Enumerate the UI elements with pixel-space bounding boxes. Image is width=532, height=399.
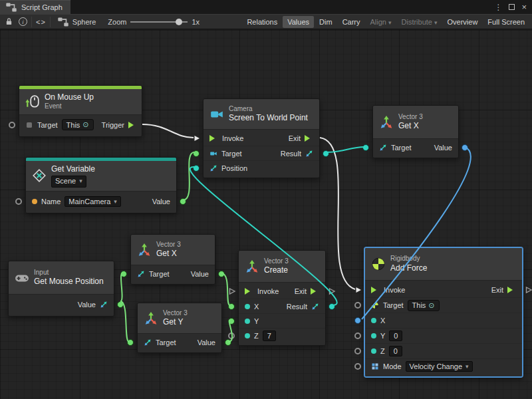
vector3-icon — [379, 115, 394, 130]
node-title: Add Force — [390, 263, 427, 273]
z-value-field[interactable]: 0 — [389, 346, 402, 356]
port-output-value[interactable] — [218, 271, 225, 277]
port-input-x[interactable] — [354, 317, 361, 324]
code-icon[interactable]: <> — [36, 18, 46, 26]
node-get-mouse-position[interactable]: Input Get Mouse Position Value — [8, 261, 114, 317]
x-label: X — [380, 317, 385, 325]
port-input-target[interactable] — [120, 271, 127, 277]
port-output-result[interactable] — [323, 150, 329, 157]
port-input-mode[interactable] — [354, 363, 361, 370]
port-input-invoke[interactable] — [193, 134, 201, 142]
node-title: Get X — [398, 121, 423, 131]
carry-button[interactable]: Carry — [338, 16, 365, 28]
distribute-button[interactable]: Distribute — [397, 16, 442, 28]
lock-icon[interactable] — [3, 16, 15, 28]
node-get-y[interactable]: Vector 3 Get Y Target Value — [137, 303, 222, 353]
this-chip[interactable]: This⊙ — [408, 300, 440, 311]
camera-icon — [209, 107, 224, 122]
toolbar-separator — [31, 17, 32, 27]
port-output-exit[interactable] — [525, 286, 532, 294]
dim-button[interactable]: Dim — [315, 16, 337, 28]
z-value-field[interactable]: 7 — [263, 331, 276, 341]
port-output-value[interactable] — [462, 144, 468, 151]
node-create-vector3[interactable]: Vector 3 Create Invoke Exit X Result — [238, 250, 326, 346]
result-label: Result — [281, 150, 301, 158]
result-label: Result — [287, 303, 307, 311]
port-input-target[interactable] — [362, 144, 369, 151]
port-input-position[interactable] — [193, 165, 200, 172]
node-title: Screen To World Point — [229, 113, 308, 123]
target-label: Target — [391, 144, 412, 152]
node-on-mouse-up[interactable]: On Mouse Up Event Target This⊙ Trigger — [19, 85, 142, 137]
zoom-slider-handle[interactable] — [176, 19, 182, 25]
align-button[interactable]: Align — [366, 16, 396, 28]
vector3-type-icon — [379, 144, 387, 152]
node-screen-to-world-point[interactable]: Camera Screen To World Point Invoke Exit… — [203, 98, 320, 178]
z-label: Z — [254, 332, 259, 340]
node-get-x-top[interactable]: Vector 3 Get X Target Value — [372, 105, 459, 158]
flow-output-icon[interactable] — [507, 287, 516, 293]
port-input-invoke[interactable] — [228, 287, 236, 295]
fullscreen-button[interactable]: Full Screen — [483, 16, 529, 28]
node-get-x[interactable]: Vector 3 Get X Target Value — [130, 234, 215, 285]
port-input-y[interactable] — [354, 332, 361, 339]
tab-script-graph[interactable]: Script Graph — [0, 0, 70, 14]
variable-scope-dropdown[interactable]: Scene — [51, 176, 86, 188]
overview-button[interactable]: Overview — [443, 16, 483, 28]
flow-output-icon[interactable] — [305, 135, 313, 142]
port-input-name[interactable] — [15, 198, 22, 205]
port-input-z[interactable] — [228, 332, 235, 339]
trigger-label: Trigger — [102, 121, 124, 129]
vector3-type-icon — [311, 303, 319, 311]
zoom-slider[interactable] — [130, 17, 188, 27]
port-output-value[interactable] — [180, 198, 186, 205]
input-gamepad-icon — [15, 271, 29, 285]
target-dot-icon: ⊙ — [428, 301, 434, 310]
float-type-icon — [371, 348, 376, 354]
target-label: Target — [383, 301, 404, 309]
float-type-icon — [245, 333, 250, 338]
flow-output-icon[interactable] — [128, 122, 137, 128]
port-output-value[interactable] — [117, 301, 124, 308]
target-label: Target — [156, 338, 176, 346]
value-label: Value — [434, 144, 452, 152]
target-label: Target — [221, 150, 242, 158]
port-output-exit[interactable] — [328, 287, 336, 295]
mode-dropdown[interactable]: Velocity Change — [406, 361, 473, 372]
node-title: Get X — [156, 249, 181, 259]
maximize-icon[interactable] — [509, 4, 515, 10]
relations-button[interactable]: Relations — [242, 16, 282, 28]
port-input-target[interactable] — [9, 122, 15, 128]
node-add-force[interactable]: Rigidbody Add Force Invoke Exit Target T… — [364, 247, 523, 377]
port-input-z[interactable] — [354, 348, 361, 354]
y-value-field[interactable]: 0 — [389, 331, 402, 341]
exit-label: Exit — [491, 286, 503, 294]
float-type-icon — [245, 319, 250, 324]
node-category: Rigidbody — [390, 255, 427, 263]
port-input-y[interactable] — [228, 318, 235, 325]
window-menu-icon[interactable]: ⋮ — [494, 3, 502, 12]
port-input-target[interactable] — [127, 339, 134, 346]
info-icon[interactable]: i — [19, 17, 27, 26]
script-graph-icon — [5, 1, 17, 13]
invoke-label: Invoke — [384, 286, 405, 294]
enum-type-icon — [371, 362, 379, 370]
port-input-x[interactable] — [228, 303, 235, 310]
port-input-target[interactable] — [354, 302, 361, 309]
values-button[interactable]: Values — [283, 16, 314, 28]
this-chip[interactable]: This⊙ — [62, 119, 94, 130]
flow-output-icon[interactable] — [311, 288, 319, 295]
port-output-value[interactable] — [225, 339, 231, 346]
port-output-result[interactable] — [329, 303, 335, 310]
float-type-icon — [371, 318, 376, 323]
float-type-icon — [371, 333, 376, 338]
vector3-type-icon — [144, 338, 152, 346]
port-input-invoke[interactable] — [354, 286, 362, 294]
vector3-type-icon — [137, 270, 145, 278]
close-icon[interactable]: × — [521, 3, 527, 11]
graph-owner-button[interactable]: Sphere — [55, 15, 98, 29]
port-input-target[interactable] — [193, 150, 200, 157]
variable-name-dropdown[interactable]: MainCamera — [65, 196, 121, 207]
node-get-variable[interactable]: Get Variable Scene Name MainCamera Value — [25, 157, 177, 213]
script-graph-window: Script Graph ⋮ × i <> Sphere Zoom 1x Rel — [0, 0, 532, 399]
